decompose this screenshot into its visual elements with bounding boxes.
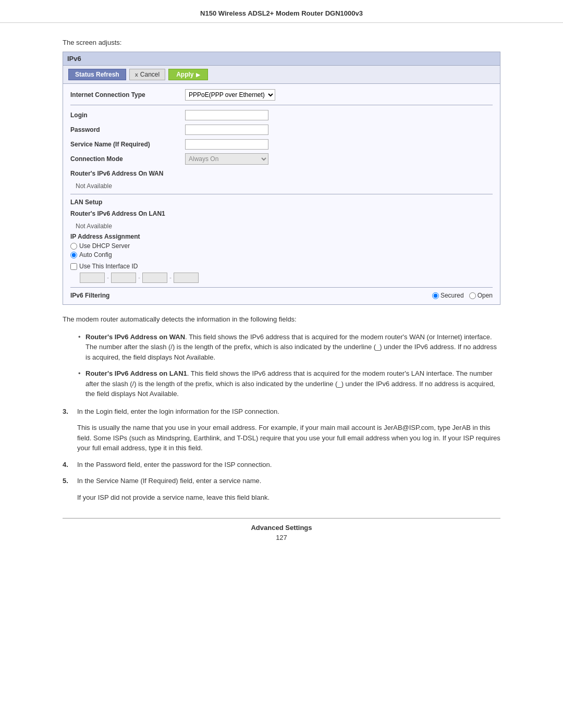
interface-id-separator-3: - [169,274,172,281]
use-dhcp-row: Use DHCP Server [70,242,493,250]
login-label: Login [70,112,185,119]
router-ipv6-lan-row: Router's IPv6 Address On LAN1 [70,208,493,219]
filtering-options: Secured Open [432,292,493,299]
apply-button[interactable]: Apply ▶ [168,69,207,80]
ipv6-toolbar: Status Refresh x Cancel Apply ▶ [63,66,500,84]
body-text: The modem router automatically detects t… [63,314,500,325]
router-ipv6-wan-label: Router's IPv6 Address On WAN [70,170,185,177]
interface-id-separator-2: - [138,274,140,281]
interface-id-separator-1: - [107,274,109,281]
open-radio[interactable] [469,292,476,299]
interface-id-box-1[interactable] [80,273,105,283]
lan-setup-label: LAN Setup [70,199,493,206]
internet-connection-type-select[interactable]: PPPoE(PPP over Ethernet) [185,89,275,101]
ipv6-panel-header: IPv6 [63,52,500,66]
numbered-item-5-num: 5. [63,476,77,486]
use-interface-id-row: Use This Interface ID [70,263,493,270]
cancel-button[interactable]: x Cancel [129,69,165,80]
ipv6-filtering-label: IPv6 Filtering [70,292,185,299]
use-dhcp-radio[interactable] [70,243,77,250]
bullet-2-bold: Router's IPv6 Address on LAN1 [85,369,187,377]
bullet-1-bold: Router's IPv6 Address on WAN [85,333,185,341]
screen-adjusts-text: The screen adjusts: [63,39,500,46]
numbered-item-3-num: 3. [63,406,77,417]
connection-mode-label: Connection Mode [70,155,185,163]
service-name-input[interactable] [185,139,268,150]
interface-id-box-4[interactable] [174,273,199,283]
auto-config-label: Auto Config [79,251,112,258]
secured-option[interactable]: Secured [432,292,464,299]
use-dhcp-label: Use DHCP Server [79,242,130,250]
login-input[interactable] [185,110,268,120]
cancel-x-icon: x [135,71,138,78]
password-input[interactable] [185,125,268,135]
bullet-item-1: Router's IPv6 Address on WAN. This field… [78,332,500,363]
use-interface-id-label: Use This Interface ID [79,263,138,270]
password-row: Password [70,124,493,135]
interface-id-box-3[interactable] [142,273,167,283]
internet-connection-type-row: Internet Connection Type PPPoE(PPP over … [70,89,493,101]
numbered-item-5-sub: If your ISP did not provide a service na… [77,492,500,503]
numbered-item-3-text: In the Login field, enter the login info… [77,406,279,417]
apply-label: Apply [176,71,193,78]
status-refresh-button[interactable]: Status Refresh [68,69,126,80]
login-row: Login [70,109,493,121]
service-name-label: Service Name (If Required) [70,141,185,148]
ip-address-assignment-label: IP Address Assignment [70,233,493,240]
footer-label: Advanced Settings [63,524,500,532]
divider-2 [70,194,493,194]
router-ipv6-lan-value: Not Available [70,223,493,230]
numbered-item-3: 3. In the Login field, enter the login i… [63,406,500,417]
internet-connection-type-label: Internet Connection Type [70,91,185,98]
connection-mode-row: Connection Mode Always On [70,153,493,165]
open-label: Open [478,292,493,299]
numbered-item-4-text: In the Password field, enter the passwor… [77,460,272,470]
router-ipv6-wan-value: Not Available [70,182,493,190]
router-ipv6-wan-row: Router's IPv6 Address On WAN [70,168,493,179]
page-header: N150 Wireless ADSL2+ Modem Router DGN100… [0,0,563,23]
ipv6-panel: IPv6 Status Refresh x Cancel Apply ▶ Int… [63,52,500,305]
auto-config-row: Auto Config [70,251,493,258]
use-interface-id-checkbox[interactable] [70,263,77,270]
open-option[interactable]: Open [469,292,493,299]
panel-body: Internet Connection Type PPPoE(PPP over … [63,84,500,304]
password-label: Password [70,126,185,133]
secured-radio[interactable] [432,292,439,299]
numbered-item-5: 5. In the Service Name (If Required) fie… [63,476,500,486]
header-title: N150 Wireless ADSL2+ Modem Router DGN100… [200,9,363,17]
numbered-item-3-sub: This is usually the name that you use in… [77,423,500,453]
auto-config-radio[interactable] [70,252,77,258]
numbered-item-5-text: In the Service Name (If Required) field,… [77,476,261,486]
ipv6-filtering-row: IPv6 Filtering Secured Open [70,287,493,299]
router-ipv6-lan-label: Router's IPv6 Address On LAN1 [70,210,185,217]
numbered-list: 3. In the Login field, enter the login i… [63,406,500,503]
apply-arrow-icon: ▶ [196,72,200,78]
bullet-item-2: Router's IPv6 Address on LAN1. This fiel… [78,368,500,399]
secured-label: Secured [440,292,464,299]
use-interface-id-section: Use This Interface ID - - - [70,263,493,283]
page-content: The screen adjusts: IPv6 Status Refresh … [0,23,563,560]
bullet-list: Router's IPv6 Address on WAN. This field… [78,332,500,399]
interface-id-inputs: - - - [80,273,493,283]
service-name-row: Service Name (If Required) [70,139,493,150]
connection-mode-select[interactable]: Always On [185,153,268,165]
footer-page-number: 127 [63,534,500,541]
cancel-label: Cancel [140,71,160,78]
divider-1 [70,105,493,105]
interface-id-box-2[interactable] [111,273,136,283]
numbered-item-4: 4. In the Password field, enter the pass… [63,460,500,470]
numbered-item-4-num: 4. [63,460,77,470]
page-footer: Advanced Settings 127 [63,518,500,545]
